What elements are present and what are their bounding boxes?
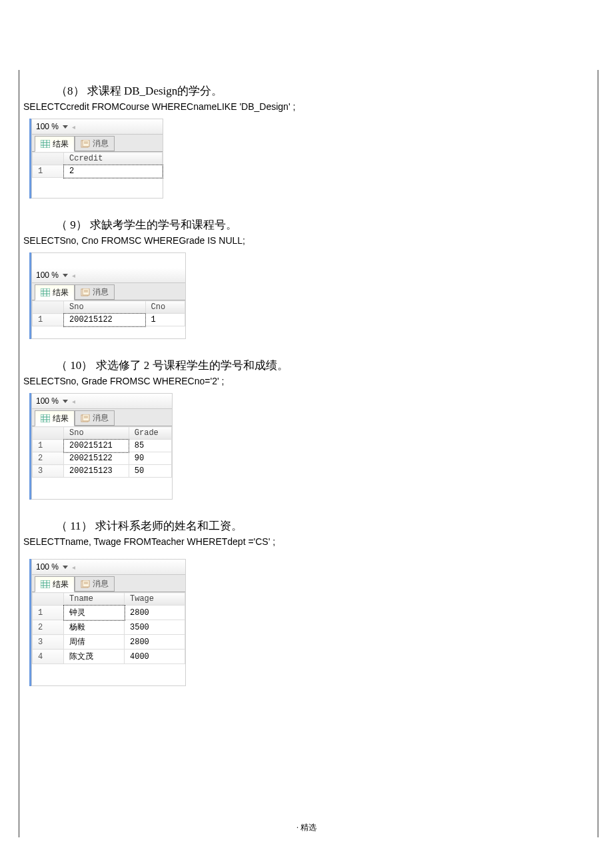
col-grade[interactable]: Grade <box>129 427 171 440</box>
question-9: （ 9） 求缺考学生的学号和课程号。 <box>56 217 590 232</box>
svg-rect-18 <box>41 414 50 422</box>
row-num[interactable]: 1 <box>33 314 64 326</box>
q8-text: 求课程 DB_Design的学分。 <box>87 85 223 97</box>
cell[interactable]: 200215123 <box>64 465 129 478</box>
cell[interactable]: 50 <box>129 465 171 478</box>
question-11: （ 11） 求计科系老师的姓名和工资。 <box>56 518 590 534</box>
tabs-bar: 结果 消息 <box>32 135 163 152</box>
cell[interactable]: 陈文茂 <box>64 650 125 664</box>
cell-sno[interactable]: 200215122 <box>64 314 146 326</box>
result-panel-q10: 100 % ◂ 结果 消息 <box>31 393 173 500</box>
svg-rect-0 <box>41 140 50 148</box>
tab-messages-label: 消息 <box>93 286 109 298</box>
row-num[interactable]: 4 <box>33 650 64 664</box>
cell-cno[interactable]: 1 <box>145 314 185 326</box>
col-cno[interactable]: Cno <box>145 301 185 314</box>
scroll-icon <box>81 288 90 296</box>
sql-q9: SELECTSno, Cno FROMSC WHEREGrade IS NULL… <box>23 235 590 246</box>
cell[interactable]: 钟灵 <box>64 606 125 620</box>
result-panel-q8: 100 % ◂ 结果 消息 <box>31 119 163 199</box>
tab-messages[interactable]: 消息 <box>75 410 115 426</box>
zoom-dropdown-icon[interactable] <box>63 274 68 277</box>
col-sno[interactable]: Sno <box>64 301 146 314</box>
zoom-dropdown-icon[interactable] <box>63 400 68 403</box>
q9-text: 求缺考学生的学号和课程号。 <box>90 218 237 231</box>
result-table-q11: TnameTwage 1钟灵2800 2杨毅3500 3周倩2800 4陈文茂4… <box>32 592 185 664</box>
q9-num: （ 9） <box>56 218 87 231</box>
cell[interactable]: 85 <box>129 440 171 452</box>
row-num[interactable]: 2 <box>33 452 64 465</box>
cell-ccredit[interactable]: 2 <box>64 165 163 178</box>
row-num[interactable]: 3 <box>33 465 64 478</box>
cell[interactable]: 200215121 <box>64 440 129 452</box>
tab-messages[interactable]: 消息 <box>75 136 115 151</box>
svg-rect-27 <box>41 580 50 588</box>
question-10: （ 10） 求选修了 2 号课程学生的学号和成绩。 <box>56 358 590 373</box>
content-frame: （8） 求课程 DB_Design的学分。 SELECTCcredit FROM… <box>19 70 598 837</box>
table-icon <box>41 288 50 296</box>
tab-messages-label: 消息 <box>93 578 109 590</box>
result-table-q10: SnoGrade 120021512185 220021512290 32002… <box>32 426 172 478</box>
zoom-label: 100 % <box>36 396 59 406</box>
row-num[interactable]: 1 <box>33 165 64 178</box>
cell[interactable]: 周倩 <box>64 635 125 650</box>
cell[interactable]: 3500 <box>125 620 185 635</box>
table-icon <box>41 580 50 588</box>
footer-watermark: · 精选 <box>0 822 613 833</box>
q11-num: （ 11） <box>56 520 93 532</box>
zoom-dropdown-icon[interactable] <box>63 125 68 129</box>
q10-num: （ 10） <box>56 359 93 372</box>
tabs-bar: 结果 消息 <box>32 283 185 300</box>
cell[interactable]: 2800 <box>125 635 185 650</box>
question-8: （8） 求课程 DB_Design的学分。 <box>56 83 590 99</box>
col-ccredit[interactable]: Ccredit <box>64 153 163 165</box>
tab-messages[interactable]: 消息 <box>75 284 115 300</box>
tab-results-label: 结果 <box>53 139 69 150</box>
tabs-bar: 结果 消息 <box>32 409 172 426</box>
cell[interactable]: 4000 <box>125 650 185 664</box>
scroll-icon <box>81 414 90 422</box>
sql-q10: SELECTSno, Grade FROMSC WHERECno='2' ; <box>23 376 590 386</box>
zoom-bar: 100 % ◂ <box>32 268 185 283</box>
col-tname[interactable]: Tname <box>64 593 125 606</box>
result-panel-q9: 100 % ◂ 结果 消息 <box>31 252 186 339</box>
tab-results-label: 结果 <box>53 287 69 298</box>
cell[interactable]: 2800 <box>125 606 185 620</box>
zoom-bar: 100 % ◂ <box>32 394 172 409</box>
tabs-bar: 结果 消息 <box>32 575 185 592</box>
zoom-dropdown-icon[interactable] <box>63 566 68 569</box>
scroll-icon <box>81 580 90 588</box>
sql-q8: SELECTCcredit FROMCourse WHERECnameLIKE … <box>23 101 590 112</box>
result-table-q8: Ccredit 12 <box>32 152 163 178</box>
tab-results[interactable]: 结果 <box>35 410 75 426</box>
table-icon <box>41 414 50 422</box>
result-panel-q11: 100 % ◂ 结果 消息 <box>31 559 186 686</box>
zoom-bar: 100 % ◂ <box>32 119 163 135</box>
table-icon <box>41 140 50 148</box>
sql-q11: SELECTTname, Twage FROMTeacher WHERETdep… <box>23 536 590 547</box>
col-sno[interactable]: Sno <box>64 427 129 440</box>
zoom-label: 100 % <box>36 562 59 572</box>
cell[interactable]: 200215122 <box>64 452 129 465</box>
tab-results-label: 结果 <box>53 413 69 424</box>
scroll-icon <box>81 140 90 148</box>
tab-results[interactable]: 结果 <box>35 284 75 300</box>
tab-messages-label: 消息 <box>93 412 109 424</box>
tab-results[interactable]: 结果 <box>35 136 75 152</box>
q10-text: 求选修了 2 号课程学生的学号和成绩。 <box>96 359 289 372</box>
col-twage[interactable]: Twage <box>125 593 185 606</box>
row-num[interactable]: 1 <box>33 440 64 452</box>
q11-text: 求计科系老师的姓名和工资。 <box>95 520 243 532</box>
cell[interactable]: 90 <box>129 452 171 465</box>
row-num[interactable]: 1 <box>33 606 64 620</box>
row-num[interactable]: 3 <box>33 635 64 650</box>
row-num[interactable]: 2 <box>33 620 64 635</box>
tab-results[interactable]: 结果 <box>35 576 75 592</box>
tab-messages[interactable]: 消息 <box>75 576 115 592</box>
result-table-q9: SnoCno 12002151221 <box>32 300 185 326</box>
svg-rect-9 <box>41 288 50 296</box>
zoom-label: 100 % <box>36 122 59 131</box>
tab-results-label: 结果 <box>53 579 69 590</box>
q8-num: （8） <box>56 85 85 97</box>
cell[interactable]: 杨毅 <box>64 620 125 635</box>
